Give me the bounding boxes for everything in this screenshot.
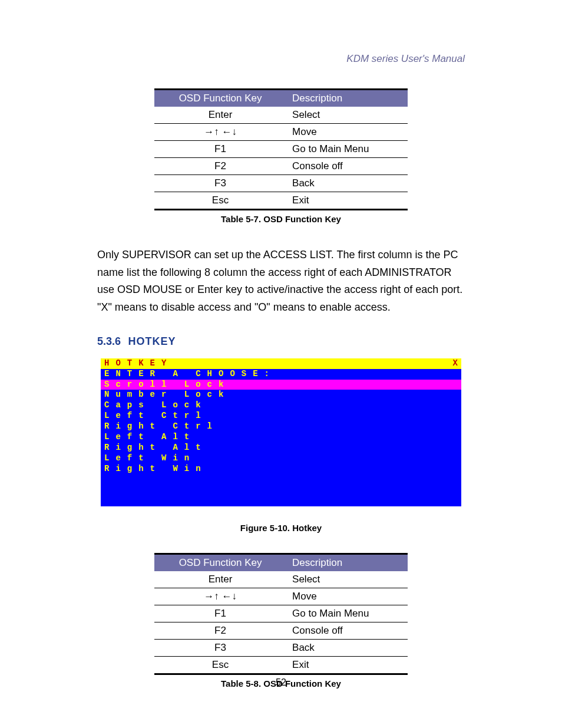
section-title: HOTKEY — [128, 335, 176, 347]
table2-cell: Exit — [285, 656, 408, 674]
page-number: 52 — [0, 677, 562, 688]
body-paragraph: Only SUPERVISOR can set up the ACCESS LI… — [97, 246, 465, 317]
page: KDM series User's Manual OSD Function Ke… — [0, 0, 562, 728]
section-number: 5.3.6 — [97, 335, 121, 347]
hotkey-item: Number Lock — [101, 390, 461, 400]
table2-header-desc: Description — [285, 554, 408, 571]
hotkey-item: Right Alt — [101, 443, 461, 453]
table2-cell: Enter — [154, 571, 285, 588]
hotkey-title-text: HOTKEY — [104, 358, 453, 369]
table1-cell: →↑ ←↓ — [154, 124, 285, 141]
table2-cell: Go to Main Menu — [285, 605, 408, 622]
table2-cell: Select — [285, 571, 408, 588]
table1-cell: Move — [285, 124, 408, 141]
hotkey-title-bar: HOTKEY X — [101, 358, 461, 369]
hotkey-item: Right Ctrl — [101, 421, 461, 432]
table2-cell: Console off — [285, 622, 408, 639]
table1-cell: Exit — [285, 192, 408, 210]
table1-header-desc: Description — [285, 90, 408, 107]
running-header: KDM series User's Manual — [97, 53, 465, 65]
hotkey-item: Left Win — [101, 453, 461, 464]
table2-cell: Back — [285, 639, 408, 656]
table2-cell: F3 — [154, 639, 285, 656]
hotkey-selected-item: Scroll Lock — [101, 380, 461, 390]
table2-cell: Move — [285, 588, 408, 605]
table2-cell: F1 — [154, 605, 285, 622]
table1-cell: Enter — [154, 107, 285, 124]
close-icon: X — [453, 358, 458, 369]
table1-cell: Select — [285, 107, 408, 124]
table2-cell: Esc — [154, 656, 285, 674]
table1-cell: Console off — [285, 158, 408, 175]
table1-cell: F3 — [154, 175, 285, 192]
table1-cell: Go to Main Menu — [285, 141, 408, 158]
table2-cell: F2 — [154, 622, 285, 639]
table1-cell: Back — [285, 175, 408, 192]
table2-header-key: OSD Function Key — [154, 554, 285, 571]
hotkey-item: Caps Lock — [101, 400, 461, 411]
hotkey-item: Left Alt — [101, 432, 461, 443]
table1-header-key: OSD Function Key — [154, 90, 285, 107]
osd-function-table-2: OSD Function Key Description Enter Selec… — [154, 553, 408, 675]
table1-cell: F1 — [154, 141, 285, 158]
table1-cell: Esc — [154, 192, 285, 210]
table2-cell: →↑ ←↓ — [154, 588, 285, 605]
figure-caption: Figure 5-10. Hotkey — [97, 523, 465, 533]
table1-cell: F2 — [154, 158, 285, 175]
section-heading: 5.3.6 HOTKEY — [97, 335, 465, 348]
hotkey-prompt: ENTER A CHOOSE: — [101, 369, 461, 380]
hotkey-item: Right Win — [101, 464, 461, 475]
hotkey-blank-area — [101, 475, 461, 506]
osd-function-table-1: OSD Function Key Description Enter Selec… — [154, 88, 408, 210]
table1-caption: Table 5-7. OSD Function Key — [97, 214, 465, 224]
hotkey-osd-figure: HOTKEY X ENTER A CHOOSE: Scroll Lock Num… — [101, 358, 461, 506]
hotkey-item: Left Ctrl — [101, 411, 461, 421]
